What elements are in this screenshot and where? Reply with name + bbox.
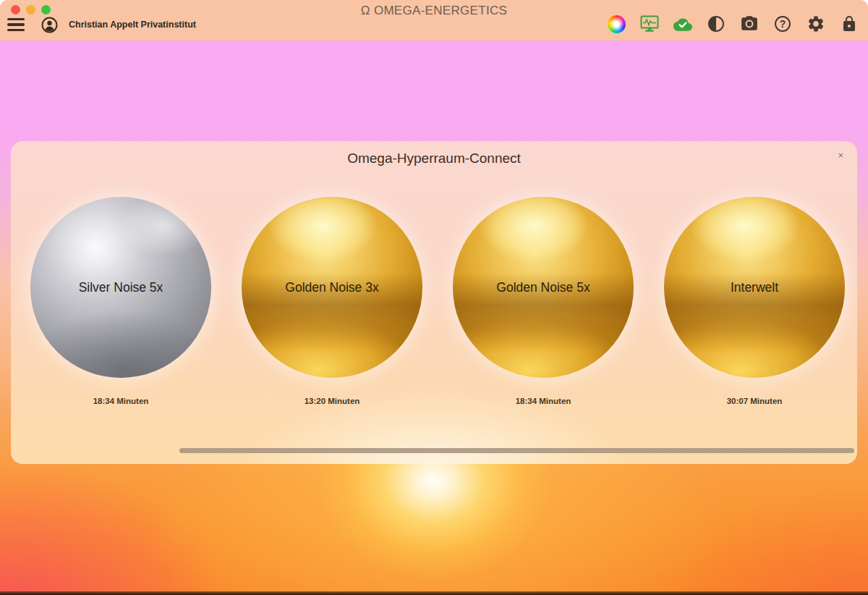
program-sphere-golden-noise-5x[interactable]: Golden Noise 5x xyxy=(453,197,634,378)
program-sphere-golden-noise-3x[interactable]: Golden Noise 3x xyxy=(242,197,422,378)
sphere-label: Golden Noise 5x xyxy=(496,280,590,295)
contrast-icon[interactable] xyxy=(707,14,726,33)
hyperraum-connect-modal: Omega-Hyperraum-Connect × Silver Noise 5… xyxy=(11,141,857,464)
bottom-edge-divider xyxy=(0,591,868,595)
user-name-label: Christian Appelt Privatinstitut xyxy=(69,20,196,30)
horizontal-scrollbar[interactable] xyxy=(179,448,854,453)
duration-label: 18:34 Minuten xyxy=(453,397,634,405)
help-icon[interactable]: ? xyxy=(773,14,792,33)
app-window: Ω OMEGA-ENERGETICS Christian Appelt Priv… xyxy=(0,0,868,595)
program-sphere-row: Silver Noise 5x Golden Noise 3x Golden N… xyxy=(30,197,845,378)
titlebar-icon-row: ? xyxy=(607,14,859,33)
duration-label: 18:34 Minuten xyxy=(30,397,211,405)
settings-gear-icon[interactable] xyxy=(807,14,825,33)
user-avatar-icon[interactable] xyxy=(40,15,59,34)
menu-icon[interactable] xyxy=(7,18,25,31)
titlebar-left-group: Christian Appelt Privatinstitut xyxy=(7,15,196,34)
duration-label: 13:20 Minuten xyxy=(242,397,422,405)
modal-title: Omega-Hyperraum-Connect xyxy=(11,151,857,166)
titlebar: Ω OMEGA-ENERGETICS Christian Appelt Priv… xyxy=(0,0,868,41)
program-sphere-silver-noise-5x[interactable]: Silver Noise 5x xyxy=(30,197,211,378)
color-wheel-icon[interactable] xyxy=(607,14,626,33)
duration-label: 30:07 Minuten xyxy=(664,397,845,405)
program-sphere-interwelt[interactable]: Interwelt xyxy=(664,197,845,378)
sunset-background: Omega-Hyperraum-Connect × Silver Noise 5… xyxy=(0,41,868,595)
duration-row: 18:34 Minuten 13:20 Minuten 18:34 Minute… xyxy=(30,397,845,405)
activity-monitor-icon[interactable] xyxy=(640,14,659,33)
sphere-label: Golden Noise 3x xyxy=(285,280,378,295)
close-icon[interactable]: × xyxy=(838,151,843,160)
lock-icon[interactable] xyxy=(840,14,859,33)
cloud-sync-icon[interactable] xyxy=(673,14,692,33)
sphere-label: Interwelt xyxy=(731,280,778,295)
sphere-label: Silver Noise 5x xyxy=(79,280,163,295)
help-glyph: ? xyxy=(780,19,786,29)
camera-icon[interactable] xyxy=(740,14,759,33)
